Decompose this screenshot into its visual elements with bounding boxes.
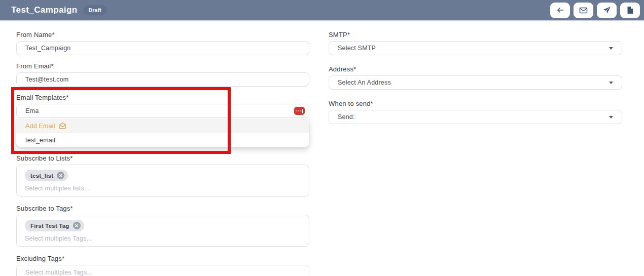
from-name-field: From Name* (16, 31, 309, 55)
subscribe-tags-box[interactable]: First Test Tag ✕ Select multiples Tags..… (16, 215, 309, 247)
when-to-send-label: When to send* (329, 100, 622, 107)
campaign-form: From Name* From Email* Email Templates* … (0, 21, 644, 276)
paper-plane-icon (603, 6, 611, 14)
page-title: Test_Campaign (11, 5, 78, 15)
envelope-open-icon (59, 122, 66, 131)
subscribe-lists-placeholder: Select multiples lists... (25, 185, 301, 192)
from-name-input[interactable] (16, 41, 309, 55)
when-to-send-select[interactable]: Send: (329, 110, 622, 124)
from-email-input[interactable] (16, 72, 309, 87)
excluding-tags-field: Excluding Tags* Select multiples Tags... (16, 255, 309, 276)
email-templates-dropdown: Add Email test_email (16, 119, 309, 147)
excluding-tags-label: Excluding Tags* (16, 255, 309, 262)
subscribe-lists-box[interactable]: test_list ✕ Select multiples lists... (16, 165, 309, 196)
from-name-label: From Name* (16, 31, 309, 38)
dropdown-option-add-email[interactable]: Add Email (16, 119, 309, 133)
when-to-send-select-value: Send: (338, 113, 355, 121)
envelope-icon (579, 7, 588, 14)
from-email-field: From Email* (16, 63, 309, 87)
subscribe-tags-field: Subscribe to Tags* First Test Tag ✕ Sele… (16, 205, 309, 247)
smtp-label: SMTP* (329, 31, 622, 38)
dropdown-option-label: test_email (25, 137, 55, 144)
add-email-label: Add Email (25, 123, 55, 130)
caret-down-icon (609, 82, 613, 84)
address-select-value: Select An Address (338, 79, 391, 86)
email-templates-input[interactable] (17, 104, 294, 117)
email-templates-input-shell (16, 104, 309, 118)
close-icon[interactable]: ✕ (73, 222, 81, 229)
subscribe-lists-field: Subscribe to Lists* test_list ✕ Select m… (16, 155, 309, 196)
chip-label: test_list (30, 173, 53, 179)
caret-down-icon (609, 47, 613, 50)
when-to-send-field: When to send* Send: (329, 100, 622, 124)
subscribe-tags-placeholder: Select multiples Tags... (25, 235, 301, 242)
send-button[interactable] (597, 3, 617, 18)
ellipsis-badge-icon[interactable] (294, 107, 305, 115)
list-chip: test_list ✕ (25, 170, 68, 181)
back-button[interactable] (550, 3, 570, 18)
header-actions (550, 3, 641, 18)
address-select[interactable]: Select An Address (329, 75, 622, 90)
form-left-column: From Name* From Email* Email Templates* … (16, 31, 309, 276)
header: Test_Campaign Draft (0, 0, 644, 21)
address-label: Address* (329, 66, 622, 72)
arrow-left-icon (556, 6, 564, 14)
email-templates-label: Email Templates* (16, 94, 309, 101)
excluding-tags-box[interactable]: Select multiples Tags... (16, 265, 309, 276)
email-button[interactable] (574, 3, 593, 18)
excluding-tags-placeholder: Select multiples Tags... (25, 269, 92, 276)
tag-chip: First Test Tag ✕ (25, 220, 84, 231)
from-email-label: From Email* (16, 63, 309, 69)
address-field: Address* Select An Address (329, 66, 622, 90)
form-right-column: SMTP* Select SMTP Address* Select An Add… (329, 31, 622, 276)
subscribe-tags-label: Subscribe to Tags* (16, 205, 309, 212)
close-icon[interactable]: ✕ (57, 172, 64, 179)
status-badge: Draft (83, 5, 108, 15)
chip-label: First Test Tag (30, 223, 69, 229)
smtp-field: SMTP* Select SMTP (329, 31, 622, 55)
dropdown-option-test-email[interactable]: test_email (16, 133, 309, 147)
subscribe-lists-label: Subscribe to Lists* (16, 155, 309, 162)
caret-down-icon (609, 116, 613, 119)
email-templates-field: Email Templates* Add Email (16, 94, 309, 147)
file-icon (627, 6, 633, 14)
smtp-select-value: Select SMTP (338, 45, 376, 52)
document-button[interactable] (620, 3, 640, 18)
smtp-select[interactable]: Select SMTP (329, 41, 622, 55)
